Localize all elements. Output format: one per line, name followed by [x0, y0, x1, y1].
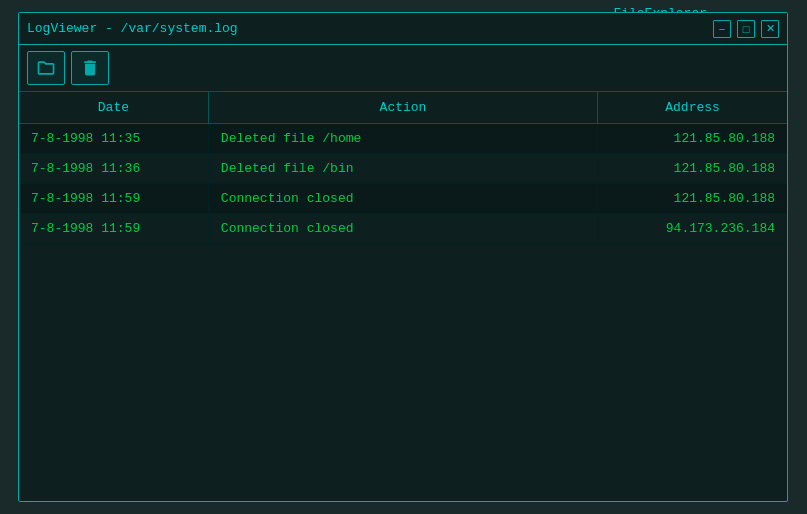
cell-date: 7-8-1998 11:59 — [19, 184, 208, 214]
cell-address: 121.85.80.188 — [598, 124, 787, 154]
delete-button[interactable] — [71, 51, 109, 85]
log-table-container: Date Action Address 7-8-1998 11:35Delete… — [19, 92, 787, 501]
cell-date: 7-8-1998 11:35 — [19, 124, 208, 154]
maximize-button[interactable]: □ — [737, 20, 755, 38]
cell-address: 121.85.80.188 — [598, 184, 787, 214]
log-table: Date Action Address 7-8-1998 11:35Delete… — [19, 92, 787, 244]
toolbar — [19, 45, 787, 92]
cell-action: Connection closed — [208, 184, 597, 214]
open-file-button[interactable] — [27, 51, 65, 85]
cell-action: Deleted file /bin — [208, 154, 597, 184]
cell-date: 7-8-1998 11:36 — [19, 154, 208, 184]
close-button[interactable]: ✕ — [761, 20, 779, 38]
header-action: Action — [208, 92, 597, 124]
table-row[interactable]: 7-8-1998 11:35Deleted file /home121.85.8… — [19, 124, 787, 154]
header-date: Date — [19, 92, 208, 124]
cell-date: 7-8-1998 11:59 — [19, 214, 208, 244]
log-viewer-window: LogViewer - /var/system.log − □ ✕ — [18, 12, 788, 502]
header-address: Address — [598, 92, 787, 124]
table-header-row: Date Action Address — [19, 92, 787, 124]
window-controls: − □ ✕ — [713, 20, 779, 38]
cell-address: 121.85.80.188 — [598, 154, 787, 184]
desktop: FileExplorer LogViewer - /var/system.log… — [0, 0, 807, 514]
window-title: LogViewer - /var/system.log — [27, 21, 238, 36]
cell-action: Connection closed — [208, 214, 597, 244]
title-bar: LogViewer - /var/system.log − □ ✕ — [19, 13, 787, 45]
minimize-button[interactable]: − — [713, 20, 731, 38]
cell-action: Deleted file /home — [208, 124, 597, 154]
folder-open-icon — [36, 58, 56, 78]
cell-address: 94.173.236.184 — [598, 214, 787, 244]
trash-icon — [80, 58, 100, 78]
table-row[interactable]: 7-8-1998 11:59Connection closed121.85.80… — [19, 184, 787, 214]
table-row[interactable]: 7-8-1998 11:59Connection closed94.173.23… — [19, 214, 787, 244]
table-row[interactable]: 7-8-1998 11:36Deleted file /bin121.85.80… — [19, 154, 787, 184]
